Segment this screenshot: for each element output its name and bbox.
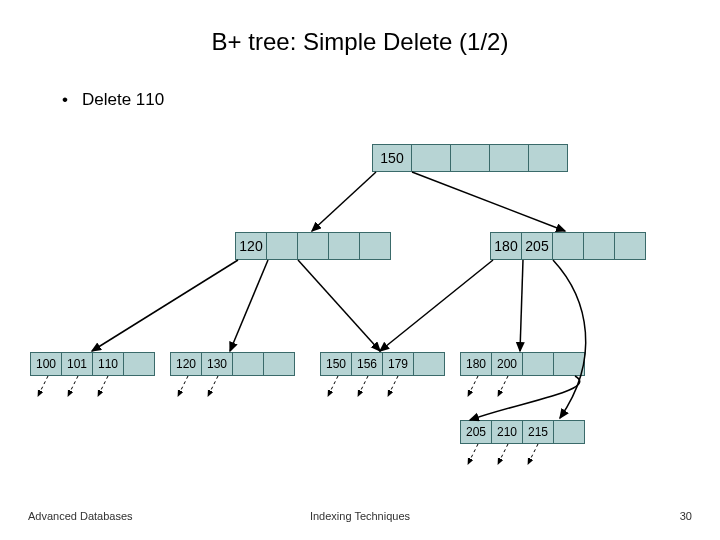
leaf-3: 180 200: [460, 352, 585, 376]
svg-line-5: [380, 260, 493, 351]
leaf-3-cell-1: 200: [492, 353, 523, 375]
internal-right-cell-4: [615, 233, 645, 259]
leaf-3-cell-0: 180: [461, 353, 492, 375]
footer-center: Indexing Techniques: [0, 510, 720, 522]
slide-number: 30: [680, 510, 692, 522]
internal-left-node: 120: [235, 232, 391, 260]
leaf-2: 150 156 179: [320, 352, 445, 376]
leaf-0-cell-0: 100: [31, 353, 62, 375]
leaf-1-cell-1: 130: [202, 353, 233, 375]
leaf-4: 205 210 215: [460, 420, 585, 444]
svg-line-10: [178, 376, 188, 396]
svg-line-18: [498, 444, 508, 464]
leaf-2-cell-2: 179: [383, 353, 414, 375]
root-cell-0: 150: [373, 145, 412, 171]
internal-right-cell-2: [553, 233, 584, 259]
svg-line-15: [468, 376, 478, 396]
root-cell-4: [529, 145, 567, 171]
leaf-0-cell-3: [124, 353, 154, 375]
svg-line-11: [208, 376, 218, 396]
leaf-4-cell-2: 215: [523, 421, 554, 443]
leaf-0-cell-2: 110: [93, 353, 124, 375]
svg-line-17: [468, 444, 478, 464]
svg-line-0: [312, 172, 376, 231]
leaf-3-cell-2: [523, 353, 554, 375]
leaf-2-cell-3: [414, 353, 444, 375]
svg-line-2: [92, 260, 238, 351]
svg-line-3: [230, 260, 268, 351]
leaf-0-cell-1: 101: [62, 353, 93, 375]
leaf-1-cell-0: 120: [171, 353, 202, 375]
leaf-4-cell-3: [554, 421, 584, 443]
svg-line-19: [528, 444, 538, 464]
root-cell-3: [490, 145, 529, 171]
svg-line-9: [98, 376, 108, 396]
internal-right-cell-0: 180: [491, 233, 522, 259]
slide-title: B+ tree: Simple Delete (1/2): [0, 28, 720, 56]
leaf-1: 120 130: [170, 352, 295, 376]
internal-left-cell-1: [267, 233, 298, 259]
svg-line-16: [498, 376, 508, 396]
svg-line-6: [520, 260, 523, 351]
leaf-1-cell-2: [233, 353, 264, 375]
root-node: 150: [372, 144, 568, 172]
internal-right-cell-1: 205: [522, 233, 553, 259]
svg-line-1: [412, 172, 565, 231]
leaf-4-cell-1: 210: [492, 421, 523, 443]
internal-left-cell-3: [329, 233, 360, 259]
leaf-0: 100 101 110: [30, 352, 155, 376]
svg-line-12: [328, 376, 338, 396]
svg-line-7: [38, 376, 48, 396]
svg-line-13: [358, 376, 368, 396]
root-cell-1: [412, 145, 451, 171]
bullet-text: Delete 110: [82, 90, 164, 109]
internal-left-cell-4: [360, 233, 390, 259]
internal-left-cell-0: 120: [236, 233, 267, 259]
leaf-2-cell-0: 150: [321, 353, 352, 375]
svg-line-14: [388, 376, 398, 396]
internal-right-cell-3: [584, 233, 615, 259]
leaf-2-cell-1: 156: [352, 353, 383, 375]
bullet-line: •Delete 110: [58, 90, 164, 110]
root-cell-2: [451, 145, 490, 171]
internal-right-node: 180 205: [490, 232, 646, 260]
tree-arrows: [0, 0, 720, 540]
leaf-1-cell-3: [264, 353, 294, 375]
svg-line-4: [298, 260, 380, 351]
svg-line-8: [68, 376, 78, 396]
leaf-4-cell-0: 205: [461, 421, 492, 443]
leaf-3-cell-3: [554, 353, 584, 375]
internal-left-cell-2: [298, 233, 329, 259]
